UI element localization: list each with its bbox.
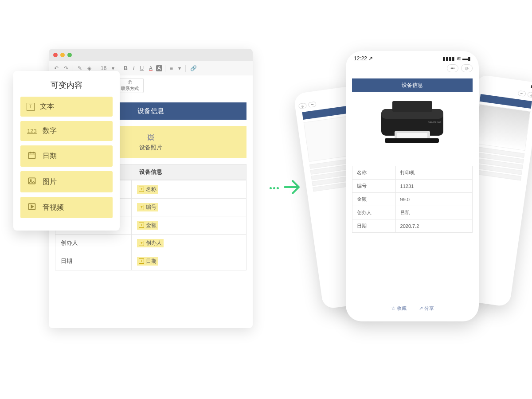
favorite-button[interactable]: ☆收藏 xyxy=(391,305,407,312)
cell-label: 编号 xyxy=(352,180,396,193)
text-color-button[interactable]: A xyxy=(147,64,154,72)
text-field-chip[interactable]: T编号 xyxy=(137,203,158,211)
phone-icon: ✆ xyxy=(128,80,132,85)
number-icon: 123 xyxy=(27,128,37,134)
align-dropdown-icon[interactable]: ▾ xyxy=(176,64,183,72)
align-button[interactable]: ≡ xyxy=(168,64,175,72)
var-item-number[interactable]: 123 数字 xyxy=(20,121,113,141)
mini-image-area xyxy=(473,104,530,151)
link-button[interactable]: 🔗 xyxy=(188,64,199,72)
cell-value: 吕凯 xyxy=(395,206,472,219)
italic-button[interactable]: I xyxy=(131,64,136,72)
close-button[interactable]: ◎ xyxy=(461,64,473,72)
status-bar: 12:22 ↗ ▮▮▮▮ ⋐ ▬▮ xyxy=(346,51,479,63)
status-icons: ▮▮▮▮ ⋐ ▬▮ xyxy=(442,55,471,62)
window-title-bar xyxy=(49,49,253,61)
table-row: 编号11231 xyxy=(352,180,473,193)
row-label[interactable]: 日期 xyxy=(55,252,132,270)
table-row: 名称打印机 xyxy=(352,166,473,180)
var-label: 数字 xyxy=(43,126,57,136)
table-row: 日期2020.7.2 xyxy=(352,219,473,233)
more-button[interactable]: ••• xyxy=(447,64,458,72)
play-icon xyxy=(27,202,37,213)
share-icon: ↗ xyxy=(419,305,423,311)
text-icon: T xyxy=(139,205,144,210)
panel-title: 可变内容 xyxy=(20,80,113,90)
table-row: 创办人 T创办人 xyxy=(55,234,246,252)
svg-rect-6 xyxy=(392,101,432,112)
bg-color-button[interactable]: A xyxy=(156,65,162,71)
var-item-media[interactable]: 音视频 xyxy=(20,197,113,218)
var-item-text[interactable]: T 文本 xyxy=(20,97,113,117)
cell-label: 名称 xyxy=(352,166,396,180)
wifi-icon: ⋐ xyxy=(457,55,461,62)
svg-rect-8 xyxy=(397,133,427,139)
phone-content: 设备信息 SAMSUNG 名称打印机 编号11231 金额99.0 创办人吕凯 … xyxy=(346,76,479,301)
text-field-chip[interactable]: T名称 xyxy=(137,185,158,194)
star-icon: ☆ xyxy=(391,305,395,311)
text-icon: T xyxy=(139,241,144,246)
signal-icon: ▮▮▮▮ xyxy=(442,55,455,62)
status-time: 12:22 ↗ xyxy=(354,55,373,62)
cell-label: 日期 xyxy=(352,219,396,233)
variable-content-panel: 可变内容 T 文本 123 数字 日期 图片 音视频 xyxy=(13,71,120,231)
var-label: 文本 xyxy=(40,102,54,111)
var-item-date[interactable]: 日期 xyxy=(20,145,113,167)
battery-icon: ▬▮ xyxy=(462,55,471,62)
underline-button[interactable]: U xyxy=(138,64,145,72)
minimize-dot[interactable] xyxy=(60,53,65,57)
table-row: 日期 T日期 xyxy=(55,252,246,270)
text-icon: T xyxy=(139,258,144,264)
device-data-table: 名称打印机 编号11231 金额99.0 创办人吕凯 日期2020.7.2 xyxy=(352,166,473,233)
bold-button[interactable]: B xyxy=(122,64,129,72)
svg-point-2 xyxy=(30,180,31,181)
cell-value: 2020.7.2 xyxy=(395,219,472,233)
svg-rect-9 xyxy=(385,138,439,143)
text-icon: T xyxy=(139,223,144,228)
target-icon: ◎ xyxy=(298,103,307,109)
device-info-header: 设备信息 xyxy=(352,78,473,92)
arrow-icon xyxy=(270,177,301,197)
miniapp-controls: ••• ◎ xyxy=(346,63,479,76)
table-row: 创办人吕凯 xyxy=(352,206,473,219)
contact-label: 联系方式 xyxy=(121,86,139,92)
var-label: 日期 xyxy=(43,152,57,161)
close-dot[interactable] xyxy=(53,53,58,57)
device-photo: SAMSUNG xyxy=(352,92,473,159)
cell-value: 打印机 xyxy=(395,166,472,180)
target-icon: ◎ xyxy=(527,92,532,98)
more-icon: ••• xyxy=(517,90,526,97)
table-row: 金额99.0 xyxy=(352,193,473,206)
cell-label: 金额 xyxy=(352,193,396,206)
more-icon: ••• xyxy=(308,102,317,108)
text-field-chip[interactable]: T金额 xyxy=(137,221,158,230)
text-icon: T xyxy=(27,103,35,111)
calendar-icon xyxy=(27,151,37,161)
cell-value: 11231 xyxy=(395,180,472,193)
maximize-dot[interactable] xyxy=(67,53,72,57)
var-label: 图片 xyxy=(43,177,57,187)
cell-value: 99.0 xyxy=(395,193,472,206)
phone-footer: ☆收藏 ↗分享 xyxy=(346,301,479,321)
svg-text:SAMSUNG: SAMSUNG xyxy=(428,121,442,124)
phone-preview-front: 12:22 ↗ ▮▮▮▮ ⋐ ▬▮ ••• ◎ 设备信息 SAMSUNG 名称打… xyxy=(346,51,479,321)
var-item-image[interactable]: 图片 xyxy=(20,171,113,192)
text-field-chip[interactable]: T创办人 xyxy=(137,239,164,247)
text-icon: T xyxy=(139,187,144,192)
contact-insert-button[interactable]: ✆ 联系方式 xyxy=(116,78,144,93)
photo-label: 设备照片 xyxy=(139,144,162,151)
row-label[interactable]: 创办人 xyxy=(55,234,132,252)
share-button[interactable]: ↗分享 xyxy=(419,305,434,312)
cell-label: 创办人 xyxy=(352,206,396,219)
var-label: 音视频 xyxy=(43,203,64,212)
text-field-chip[interactable]: T日期 xyxy=(137,257,158,266)
svg-rect-0 xyxy=(29,153,35,158)
image-icon xyxy=(27,176,37,187)
